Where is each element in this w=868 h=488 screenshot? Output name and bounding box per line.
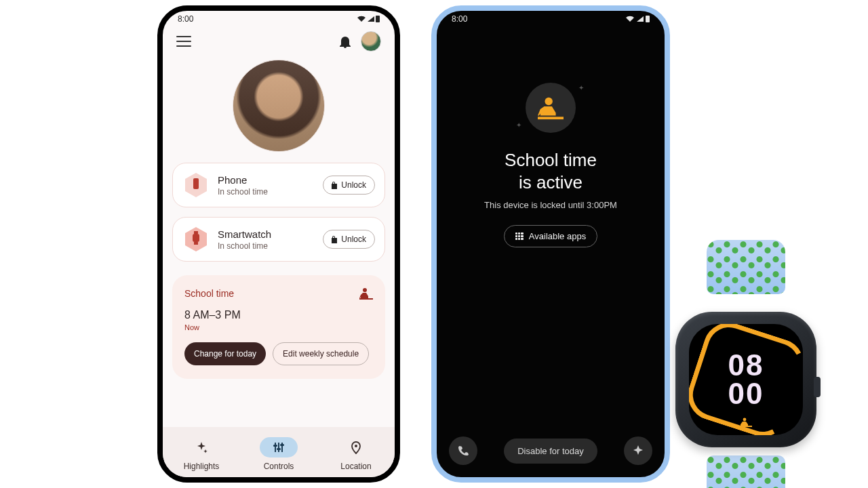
svg-rect-16 xyxy=(538,117,564,119)
svg-rect-1 xyxy=(193,178,199,189)
svg-rect-12 xyxy=(277,448,281,450)
svg-rect-3 xyxy=(193,234,199,242)
lock-icon xyxy=(330,235,337,243)
lockscreen-subtitle: This device is locked until 3:00PM xyxy=(437,200,665,210)
svg-rect-7 xyxy=(359,298,373,300)
device-name: Smartwatch xyxy=(218,228,315,240)
status-icons xyxy=(625,16,650,22)
parent-avatar[interactable] xyxy=(361,31,381,52)
available-apps-button[interactable]: Available apps xyxy=(504,225,597,247)
assistant-shortcut-button[interactable] xyxy=(624,436,652,465)
schedule-range: 8 AM–3 PM xyxy=(184,309,373,321)
edit-weekly-schedule-button[interactable]: Edit weekly schedule xyxy=(273,342,369,365)
lockscreen-title: School time is active xyxy=(437,149,665,193)
status-bar: 8:00 xyxy=(437,11,665,26)
wifi-icon xyxy=(625,16,635,22)
svg-rect-5 xyxy=(194,242,198,245)
sparkle-icon xyxy=(632,445,644,457)
svg-rect-11 xyxy=(273,445,277,447)
watch-hours: 08 xyxy=(728,351,764,380)
nav-controls[interactable]: Controls xyxy=(248,437,309,471)
school-time-icon: ✦ ✦ xyxy=(526,83,576,133)
grid-icon xyxy=(515,232,524,241)
unlock-button[interactable]: Unlock xyxy=(323,176,375,195)
svg-rect-9 xyxy=(278,443,279,452)
battery-icon xyxy=(646,16,650,22)
sparkle-icon: ✦ xyxy=(516,121,521,129)
device-card-smartwatch[interactable]: Smartwatch In school time Unlock xyxy=(172,217,385,262)
phone-hex-icon xyxy=(182,171,210,199)
battery-icon xyxy=(376,16,380,22)
family-link-phone: 8:00 Phone In school time xyxy=(157,5,400,483)
disable-for-today-button[interactable]: Disable for today xyxy=(504,439,597,464)
desk-icon xyxy=(740,418,752,427)
schedule-title: School time xyxy=(184,288,234,299)
nav-location[interactable]: Location xyxy=(326,437,387,471)
app-topbar xyxy=(163,26,395,53)
schedule-card: School time 8 AM–3 PM Now Change for tod… xyxy=(172,275,385,379)
child-avatar[interactable] xyxy=(233,60,325,152)
signal-icon xyxy=(368,16,374,22)
status-time: 8:00 xyxy=(178,14,193,24)
device-status: In school time xyxy=(218,187,315,197)
lockscreen-bottom-bar: Disable for today xyxy=(437,436,665,465)
svg-rect-4 xyxy=(194,231,198,234)
phone-icon xyxy=(457,445,469,457)
pin-icon xyxy=(350,441,362,454)
bottom-nav: Highlights Controls Location xyxy=(163,427,395,477)
signal-icon xyxy=(637,16,644,22)
menu-icon[interactable] xyxy=(176,36,191,47)
watch-case: 08 00 xyxy=(675,312,816,447)
wifi-icon xyxy=(357,16,366,22)
device-status: In school time xyxy=(218,241,315,251)
sparkle-icon xyxy=(195,441,208,454)
status-time: 8:00 xyxy=(452,14,467,24)
bell-icon[interactable] xyxy=(339,35,351,48)
svg-point-6 xyxy=(363,288,367,292)
sliders-icon xyxy=(272,441,285,454)
watch-band-bottom xyxy=(707,455,785,488)
svg-point-17 xyxy=(743,418,747,422)
smartwatch: 08 00 xyxy=(675,267,816,479)
svg-point-14 xyxy=(355,445,357,447)
unlock-button[interactable]: Unlock xyxy=(323,230,375,249)
change-for-today-button[interactable]: Change for today xyxy=(184,342,266,365)
schedule-now: Now xyxy=(184,323,373,331)
status-bar: 8:00 xyxy=(163,11,395,26)
sparkle-icon: ✦ xyxy=(578,84,584,92)
desk-icon xyxy=(359,287,373,300)
nav-highlights[interactable]: Highlights xyxy=(171,437,232,471)
phone-shortcut-button[interactable] xyxy=(449,436,477,465)
lock-icon xyxy=(330,181,337,189)
watch-face[interactable]: 08 00 xyxy=(689,324,803,435)
status-icons xyxy=(357,16,380,22)
svg-rect-8 xyxy=(275,443,276,452)
lockscreen-phone: 8:00 ✦ ✦ School time is active This devi… xyxy=(431,5,670,483)
watch-hex-icon xyxy=(182,226,210,253)
device-name: Phone xyxy=(218,174,315,186)
svg-rect-18 xyxy=(740,426,752,427)
watch-minutes: 00 xyxy=(728,380,764,408)
watch-band-top xyxy=(707,240,785,294)
watch-crown[interactable] xyxy=(814,377,821,397)
svg-point-15 xyxy=(545,98,552,105)
device-card-phone[interactable]: Phone In school time Unlock xyxy=(172,163,385,207)
svg-rect-13 xyxy=(280,444,284,446)
